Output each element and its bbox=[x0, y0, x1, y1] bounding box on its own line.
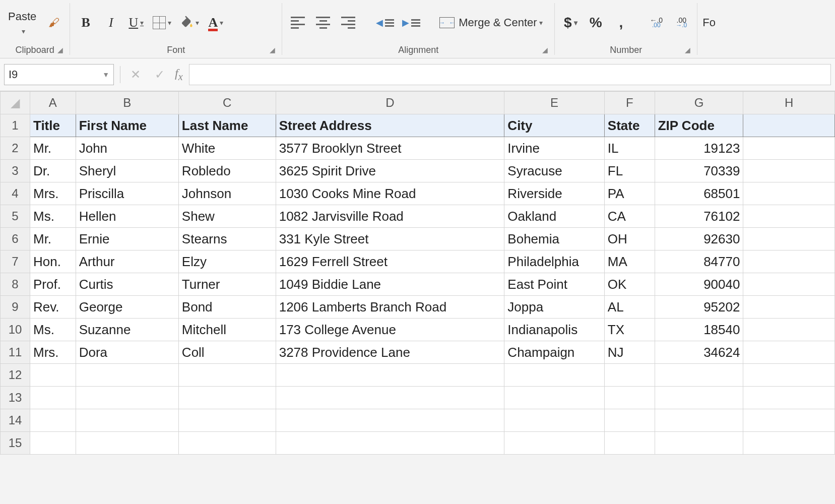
clipboard-launcher-icon[interactable]: ◢ bbox=[57, 46, 66, 54]
cell-H14[interactable] bbox=[743, 409, 835, 432]
cell-H11[interactable] bbox=[743, 341, 835, 364]
decrease-indent-button[interactable]: ◀ bbox=[374, 14, 396, 32]
cell-H2[interactable] bbox=[743, 137, 835, 160]
cell-E11[interactable]: Champaign bbox=[504, 341, 604, 364]
cell-B9[interactable]: George bbox=[76, 296, 178, 319]
cell-B1[interactable]: First Name bbox=[76, 114, 178, 137]
cell-H15[interactable] bbox=[743, 432, 835, 455]
cell-A2[interactable]: Mr. bbox=[30, 137, 76, 160]
row-header-13[interactable]: 13 bbox=[1, 387, 30, 409]
formula-input[interactable] bbox=[189, 64, 831, 85]
accounting-format-button[interactable]: $▾ bbox=[560, 14, 581, 32]
row-header-7[interactable]: 7 bbox=[1, 250, 30, 273]
cell-F11[interactable]: NJ bbox=[604, 341, 655, 364]
row-header-11[interactable]: 11 bbox=[1, 341, 30, 364]
cell-C15[interactable] bbox=[178, 432, 276, 455]
cell-A6[interactable]: Mr. bbox=[30, 228, 76, 250]
cell-F1[interactable]: State bbox=[604, 114, 655, 137]
cell-A11[interactable]: Mrs. bbox=[30, 341, 76, 364]
cell-C14[interactable] bbox=[178, 409, 276, 432]
cell-E15[interactable] bbox=[504, 432, 604, 455]
cell-G8[interactable]: 90040 bbox=[655, 273, 743, 296]
row-header-12[interactable]: 12 bbox=[1, 364, 30, 387]
cell-D10[interactable]: 173 College Avenue bbox=[276, 319, 504, 341]
cell-F2[interactable]: IL bbox=[604, 137, 655, 160]
column-header-A[interactable]: A bbox=[30, 92, 76, 114]
cell-B14[interactable] bbox=[76, 409, 178, 432]
row-header-4[interactable]: 4 bbox=[1, 182, 30, 205]
cell-G5[interactable]: 76102 bbox=[655, 205, 743, 228]
cell-B5[interactable]: Hellen bbox=[76, 205, 178, 228]
alignment-launcher-icon[interactable]: ◢ bbox=[542, 46, 550, 54]
cell-F8[interactable]: OK bbox=[604, 273, 655, 296]
row-header-1[interactable]: 1 bbox=[1, 114, 30, 137]
cell-A7[interactable]: Hon. bbox=[30, 250, 76, 273]
row-header-14[interactable]: 14 bbox=[1, 409, 30, 432]
cell-D5[interactable]: 1082 Jarvisville Road bbox=[276, 205, 504, 228]
cell-H4[interactable] bbox=[743, 182, 835, 205]
cell-F12[interactable] bbox=[604, 364, 655, 387]
cell-D15[interactable] bbox=[276, 432, 504, 455]
bold-button[interactable]: B bbox=[75, 14, 96, 32]
cell-C11[interactable]: Coll bbox=[178, 341, 276, 364]
cell-E5[interactable]: Oakland bbox=[504, 205, 604, 228]
cell-A3[interactable]: Dr. bbox=[30, 160, 76, 182]
column-header-C[interactable]: C bbox=[178, 92, 276, 114]
cell-E6[interactable]: Bohemia bbox=[504, 228, 604, 250]
cell-H7[interactable] bbox=[743, 250, 835, 273]
cell-F4[interactable]: PA bbox=[604, 182, 655, 205]
cell-D1[interactable]: Street Address bbox=[276, 114, 504, 137]
cell-C5[interactable]: Shew bbox=[178, 205, 276, 228]
column-header-E[interactable]: E bbox=[504, 92, 604, 114]
cell-E14[interactable] bbox=[504, 409, 604, 432]
row-header-10[interactable]: 10 bbox=[1, 319, 30, 341]
cell-B13[interactable] bbox=[76, 387, 178, 409]
cell-D11[interactable]: 3278 Providence Lane bbox=[276, 341, 504, 364]
cell-F15[interactable] bbox=[604, 432, 655, 455]
cell-E7[interactable]: Philadelphia bbox=[504, 250, 604, 273]
cell-A8[interactable]: Prof. bbox=[30, 273, 76, 296]
cell-F3[interactable]: FL bbox=[604, 160, 655, 182]
cell-F7[interactable]: MA bbox=[604, 250, 655, 273]
decrease-decimal-button[interactable]: .00→.0 bbox=[671, 14, 692, 32]
column-header-H[interactable]: H bbox=[743, 92, 835, 114]
cell-B12[interactable] bbox=[76, 364, 178, 387]
align-left-button[interactable] bbox=[287, 14, 308, 32]
cell-G2[interactable]: 19123 bbox=[655, 137, 743, 160]
cell-E4[interactable]: Riverside bbox=[504, 182, 604, 205]
cell-C4[interactable]: Johnson bbox=[178, 182, 276, 205]
column-header-F[interactable]: F bbox=[604, 92, 655, 114]
cell-E1[interactable]: City bbox=[504, 114, 604, 137]
cell-B2[interactable]: John bbox=[76, 137, 178, 160]
cell-E2[interactable]: Irvine bbox=[504, 137, 604, 160]
merge-center-button[interactable]: →← Merge & Center ▾ bbox=[437, 14, 544, 32]
cell-C6[interactable]: Stearns bbox=[178, 228, 276, 250]
spreadsheet[interactable]: ◢ABCDEFGH 1TitleFirst NameLast NameStree… bbox=[0, 91, 835, 455]
cell-C7[interactable]: Elzy bbox=[178, 250, 276, 273]
cell-G6[interactable]: 92630 bbox=[655, 228, 743, 250]
cell-B7[interactable]: Arthur bbox=[76, 250, 178, 273]
chevron-down-icon[interactable]: ▼ bbox=[102, 71, 109, 79]
row-header-9[interactable]: 9 bbox=[1, 296, 30, 319]
cell-G14[interactable] bbox=[655, 409, 743, 432]
cell-A10[interactable]: Ms. bbox=[30, 319, 76, 341]
align-right-button[interactable] bbox=[338, 14, 359, 32]
cell-H5[interactable] bbox=[743, 205, 835, 228]
cell-D13[interactable] bbox=[276, 387, 504, 409]
row-header-6[interactable]: 6 bbox=[1, 228, 30, 250]
cell-F6[interactable]: OH bbox=[604, 228, 655, 250]
cell-C9[interactable]: Bond bbox=[178, 296, 276, 319]
cell-A15[interactable] bbox=[30, 432, 76, 455]
cell-C12[interactable] bbox=[178, 364, 276, 387]
cell-H12[interactable] bbox=[743, 364, 835, 387]
cell-F9[interactable]: AL bbox=[604, 296, 655, 319]
cell-D2[interactable]: 3577 Brooklyn Street bbox=[276, 137, 504, 160]
cell-D8[interactable]: 1049 Biddie Lane bbox=[276, 273, 504, 296]
cell-G11[interactable]: 34624 bbox=[655, 341, 743, 364]
cell-E13[interactable] bbox=[504, 387, 604, 409]
select-all-corner[interactable]: ◢ bbox=[1, 92, 30, 114]
cell-B10[interactable]: Suzanne bbox=[76, 319, 178, 341]
cell-B15[interactable] bbox=[76, 432, 178, 455]
name-box[interactable]: I9 ▼ bbox=[4, 64, 114, 85]
increase-indent-button[interactable]: ▶ bbox=[400, 14, 422, 32]
